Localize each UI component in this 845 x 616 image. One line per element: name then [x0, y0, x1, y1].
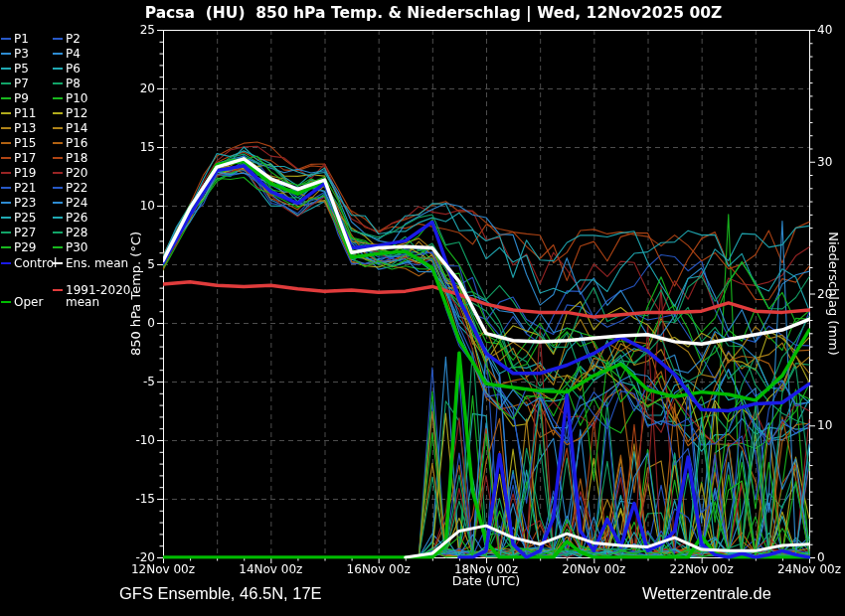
- legend-member-p13-swatch: [1, 127, 11, 129]
- legend-member-p22: P22: [66, 182, 88, 195]
- legend-member-p14: P14: [66, 122, 88, 135]
- legend-member-p14-swatch: [53, 127, 63, 129]
- legend-member-p6: P6: [66, 63, 81, 76]
- legend-member-p9: P9: [14, 92, 29, 105]
- legend-member-p3: P3: [14, 48, 29, 61]
- legend-member-p2-swatch: [53, 38, 63, 40]
- legend-oper: Oper: [14, 296, 43, 309]
- legend-member-p13: P13: [14, 122, 37, 135]
- legend-member-p11-swatch: [1, 112, 11, 114]
- legend-member-p12-swatch: [53, 112, 63, 114]
- legend-member-p7: P7: [14, 77, 29, 90]
- legend-member-p29: P29: [14, 241, 37, 254]
- legend-member-p30-swatch: [53, 246, 63, 248]
- legend-member-p27: P27: [14, 227, 37, 239]
- legend-member-p18-swatch: [53, 157, 63, 159]
- date-tick-5: 20Nov 00z: [552, 562, 635, 576]
- legend-member-p1: P1: [14, 33, 29, 46]
- precip-tick-30: 30: [817, 155, 845, 169]
- legend-member-p7-swatch: [1, 82, 11, 84]
- legend-oper-swatch: [1, 301, 11, 303]
- legend-member-p12: P12: [66, 107, 88, 120]
- legend-clim-mean-line2: mean: [66, 296, 99, 309]
- legend-member-p19-swatch: [1, 172, 11, 174]
- date-tick-6: 22Nov 00z: [660, 562, 744, 576]
- legend-member-p25-swatch: [1, 217, 11, 219]
- legend-member-p20: P20: [66, 167, 88, 180]
- legend-ens-mean-swatch: [53, 262, 63, 264]
- legend-member-p16-swatch: [53, 142, 63, 144]
- legend-member-p15: P15: [14, 137, 37, 150]
- legend-member-p24: P24: [66, 197, 88, 210]
- legend-member-p15-swatch: [1, 142, 11, 144]
- legend-member-p5: P5: [14, 63, 29, 76]
- legend-member-p11: P11: [14, 107, 37, 120]
- legend-member-p17: P17: [14, 152, 37, 165]
- legend-member-p24-swatch: [53, 202, 63, 204]
- legend-member-p4: P4: [66, 48, 81, 61]
- legend-member-p21: P21: [14, 182, 37, 195]
- legend-member-p21-swatch: [1, 187, 11, 189]
- legend-member-p20-swatch: [53, 172, 63, 174]
- legend-member-p10: P10: [66, 92, 88, 105]
- legend-member-p29-swatch: [1, 246, 11, 248]
- date-tick-2: 14Nov 00z: [229, 562, 312, 576]
- footer-model-info: GFS Ensemble, 46.5N, 17E: [119, 584, 322, 603]
- temp-tick--15: -15: [115, 492, 155, 506]
- legend-member-p19: P19: [14, 167, 37, 180]
- legend-member-p23-swatch: [1, 202, 11, 204]
- legend-member-p30: P30: [66, 241, 88, 254]
- legend-member-p28: P28: [66, 227, 88, 239]
- precip-tick-10: 10: [817, 418, 845, 432]
- x-axis-label: Date (UTC): [426, 573, 546, 588]
- temp-tick--10: -10: [115, 433, 155, 447]
- meteogram-page: { "title": "Pacsa (HU) 850 hPa Temp. & N…: [0, 0, 845, 616]
- legend-member-p26: P26: [66, 212, 88, 225]
- date-tick-1: 12Nov 00z: [121, 562, 205, 576]
- legend-member-p27-swatch: [1, 231, 11, 233]
- temp-tick-25: 25: [115, 23, 155, 37]
- date-tick-7: 24Nov 00z: [767, 562, 845, 576]
- legend-control-swatch: [1, 262, 11, 264]
- legend-member-p4-swatch: [53, 53, 63, 55]
- legend-member-p1-swatch: [1, 38, 11, 40]
- legend-member-p16: P16: [66, 137, 88, 150]
- temp-tick-15: 15: [115, 140, 155, 154]
- legend-member-p25: P25: [14, 212, 37, 225]
- legend-member-p8-swatch: [53, 82, 63, 84]
- legend-member-p22-swatch: [53, 187, 63, 189]
- y-axis-label-temp: 850 hPa Temp. (°C): [128, 210, 143, 379]
- legend-member-p28-swatch: [53, 231, 63, 233]
- legend-member-p6-swatch: [53, 68, 63, 70]
- legend-control: Control: [14, 257, 57, 270]
- legend-member-p17-swatch: [1, 157, 11, 159]
- temp-tick-20: 20: [115, 81, 155, 95]
- legend-member-p18: P18: [66, 152, 88, 165]
- legend-member-p9-swatch: [1, 97, 11, 99]
- legend-member-p5-swatch: [1, 68, 11, 70]
- precip-tick-40: 40: [817, 23, 845, 37]
- y-axis-label-precip: Niederschlag (mm): [826, 210, 841, 379]
- date-tick-3: 16Nov 00z: [337, 562, 421, 576]
- legend-member-p8: P8: [66, 77, 81, 90]
- footer-brand: Wetterzentrale.de: [642, 584, 771, 603]
- legend-member-p23: P23: [14, 197, 37, 210]
- legend-clim-mean-swatch: [53, 289, 63, 291]
- chart-title: Pacsa (HU) 850 hPa Temp. & Niederschlag …: [11, 4, 845, 22]
- legend-member-p10-swatch: [53, 97, 63, 99]
- legend-member-p26-swatch: [53, 217, 63, 219]
- legend-member-p2: P2: [66, 33, 81, 46]
- legend-member-p3-swatch: [1, 53, 11, 55]
